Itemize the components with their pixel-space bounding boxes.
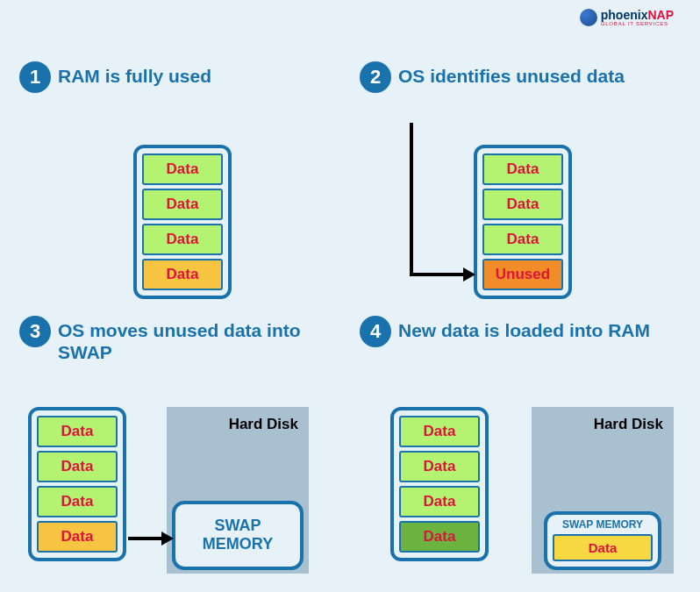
swap-memory-box-small: SWAP MEMORY Data [544,511,661,570]
brand-logo: phoenixNAP GLOBAL IT SERVICES [580,9,674,26]
swap-memory-label: SWAP MEMORY [553,518,653,531]
hard-disk-panel-3: Hard Disk SWAP MEMORY [167,407,309,574]
globe-icon [580,9,597,26]
ram-cell: Data [399,451,480,482]
arrow-identify-vertical [410,123,413,276]
arrow-identify-horizontal [410,273,464,276]
step-3-number: 3 [19,316,51,347]
step-3-title: OS moves unused data into SWAP [58,319,330,363]
ram-cell: Data [142,259,223,290]
step-2-title: OS identifies unused data [398,65,625,87]
hard-disk-label: Hard Disk [539,414,667,433]
ram-cell: Data [399,416,480,447]
step-2: 2 OS identifies unused data [360,61,693,93]
step-1: 1 RAM is fully used [19,61,353,93]
ram-cell: Data [142,224,223,255]
brand-tagline: GLOBAL IT SERVICES [601,21,674,26]
ram-cell-new: Data [399,521,480,553]
step-2-number: 2 [360,61,391,93]
step-3: 3 OS moves unused data into SWAP [19,316,353,363]
step-4-title: New data is loaded into RAM [398,319,650,341]
step-4-number: 4 [360,316,391,347]
swap-memory-box: SWAP MEMORY [172,501,304,570]
swap-line1: SWAP [214,517,261,534]
ram-cell: Data [37,451,118,482]
step-1-title: RAM is fully used [58,65,211,87]
swap-data-cell: Data [553,534,653,561]
ram-panel-3: Data Data Data Data [28,407,126,561]
ram-cell: Data [37,486,118,517]
step-1-number: 1 [19,61,51,93]
arrow-move-line [128,537,163,540]
swap-line2: MEMORY [203,535,273,553]
brand-accent: NAP [647,8,674,22]
hard-disk-label: Hard Disk [174,414,302,433]
ram-cell-unused: Unused [482,259,563,290]
hard-disk-panel-4: Hard Disk SWAP MEMORY Data [532,407,674,574]
brand-name: phoenix [601,8,648,22]
arrow-identify-head-icon [463,267,475,282]
ram-cell: Data [482,224,563,255]
arrow-move-head-icon [161,531,174,546]
brand-text: phoenixNAP GLOBAL IT SERVICES [601,9,674,26]
ram-cell: Data [482,153,563,185]
ram-cell: Data [37,521,118,553]
ram-panel-1: Data Data Data Data [133,145,232,299]
ram-cell: Data [399,486,480,517]
ram-panel-2: Data Data Data Unused [474,145,572,299]
ram-cell: Data [142,189,223,220]
step-4: 4 New data is loaded into RAM [360,316,693,347]
ram-cell: Data [482,189,563,220]
ram-cell: Data [37,416,118,447]
ram-panel-4: Data Data Data Data [390,407,489,561]
ram-cell: Data [142,153,223,185]
